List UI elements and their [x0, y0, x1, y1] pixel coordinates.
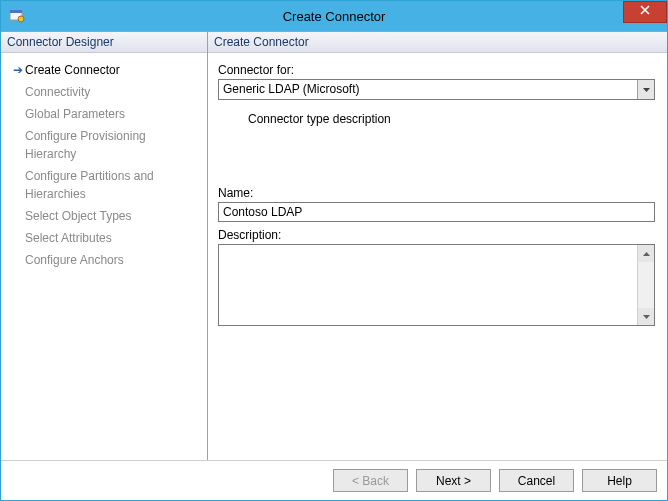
- nav-item-label: Configure Provisioning Hierarchy: [25, 127, 199, 163]
- nav-item-5[interactable]: ➔Select Object Types: [5, 205, 203, 227]
- nav-item-0[interactable]: ➔Create Connector: [5, 59, 203, 81]
- nav-item-label: Create Connector: [25, 61, 199, 79]
- left-panel-header: Connector Designer: [1, 32, 207, 53]
- dropdown-arrow-icon[interactable]: [637, 80, 654, 99]
- form-area: Connector for: Generic LDAP (Microsoft) …: [208, 53, 667, 460]
- connector-for-select[interactable]: Generic LDAP (Microsoft): [218, 79, 655, 100]
- arrow-icon: ➔: [11, 61, 25, 79]
- nav-item-3[interactable]: ➔Configure Provisioning Hierarchy: [5, 125, 203, 165]
- nav-item-4[interactable]: ➔Configure Partitions and Hierarchies: [5, 165, 203, 205]
- scrollbar[interactable]: [637, 245, 654, 325]
- connector-for-label: Connector for:: [218, 63, 655, 77]
- svg-point-2: [18, 16, 24, 22]
- nav-item-label: Configure Partitions and Hierarchies: [25, 167, 199, 203]
- close-button[interactable]: [623, 1, 667, 23]
- name-label: Name:: [218, 186, 655, 200]
- description-label: Description:: [218, 228, 655, 242]
- cancel-button[interactable]: Cancel: [499, 469, 574, 492]
- connector-for-value: Generic LDAP (Microsoft): [219, 80, 637, 99]
- left-panel: Connector Designer ➔Create Connector➔Con…: [1, 32, 208, 460]
- scroll-up-icon[interactable]: [638, 245, 654, 262]
- nav-item-1[interactable]: ➔Connectivity: [5, 81, 203, 103]
- create-connector-window: Create Connector Connector Designer ➔Cre…: [0, 0, 668, 501]
- nav-item-label: Configure Anchors: [25, 251, 199, 269]
- svg-rect-1: [10, 10, 22, 13]
- description-field: [218, 244, 655, 326]
- nav-item-label: Select Object Types: [25, 207, 199, 225]
- right-panel-header: Create Connector: [208, 32, 667, 53]
- back-button[interactable]: < Back: [333, 469, 408, 492]
- nav-item-2[interactable]: ➔Global Parameters: [5, 103, 203, 125]
- next-button[interactable]: Next >: [416, 469, 491, 492]
- app-icon: [9, 8, 25, 24]
- right-panel: Create Connector Connector for: Generic …: [208, 32, 667, 460]
- name-input[interactable]: [218, 202, 655, 222]
- description-input[interactable]: [219, 245, 637, 325]
- nav-item-label: Select Attributes: [25, 229, 199, 247]
- help-button[interactable]: Help: [582, 469, 657, 492]
- nav-item-label: Global Parameters: [25, 105, 199, 123]
- nav-item-label: Connectivity: [25, 83, 199, 101]
- window-title: Create Connector: [1, 9, 667, 24]
- button-bar: < Back Next > Cancel Help: [1, 460, 667, 500]
- titlebar: Create Connector: [1, 1, 667, 31]
- content: Connector Designer ➔Create Connector➔Con…: [1, 31, 667, 460]
- nav-item-7[interactable]: ➔Configure Anchors: [5, 249, 203, 271]
- scroll-down-icon[interactable]: [638, 308, 654, 325]
- connector-type-description: Connector type description: [218, 100, 655, 182]
- nav-list: ➔Create Connector➔Connectivity➔Global Pa…: [1, 53, 207, 277]
- nav-item-6[interactable]: ➔Select Attributes: [5, 227, 203, 249]
